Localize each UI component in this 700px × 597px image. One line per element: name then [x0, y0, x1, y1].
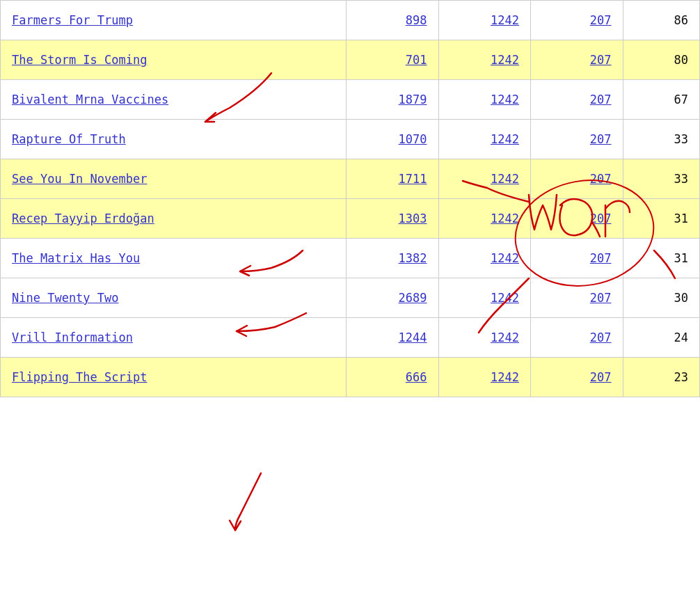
- row-title-link[interactable]: Flipping The Script: [12, 370, 147, 384]
- row-col3-cell: 1242: [438, 278, 531, 318]
- row-col5-value: 67: [674, 93, 688, 106]
- table-row: Nine Twenty Two2689124220730: [1, 278, 700, 318]
- row-col4-link[interactable]: 207: [590, 132, 612, 146]
- row-col5-cell: 80: [623, 40, 699, 80]
- row-col5-value: 33: [674, 132, 688, 146]
- row-col5-value: 30: [674, 291, 688, 305]
- row-title-cell: Flipping The Script: [1, 358, 347, 397]
- row-title-link[interactable]: Vrill Information: [12, 331, 133, 344]
- row-col4-cell: 207: [531, 120, 623, 159]
- row-title-link[interactable]: Recep Tayyip Erdoğan: [12, 212, 154, 225]
- row-col3-link[interactable]: 1242: [491, 172, 519, 186]
- row-col3-cell: 1242: [438, 80, 531, 120]
- row-col3-cell: 1242: [438, 199, 531, 239]
- row-col2-cell: 666: [346, 358, 438, 397]
- row-title-cell: Rapture Of Truth: [1, 120, 347, 159]
- row-title-cell: See You In November: [1, 159, 347, 199]
- row-col2-link[interactable]: 1070: [399, 132, 427, 146]
- row-col3-link[interactable]: 1242: [491, 331, 519, 344]
- row-col5-cell: 33: [623, 159, 699, 199]
- row-col3-link[interactable]: 1242: [491, 212, 519, 225]
- row-col4-link[interactable]: 207: [590, 251, 612, 265]
- row-col4-link[interactable]: 207: [590, 93, 612, 106]
- table-row: Recep Tayyip Erdoğan1303124220731: [1, 199, 700, 239]
- row-col3-link[interactable]: 1242: [491, 291, 519, 305]
- row-col2-cell: 2689: [346, 278, 438, 318]
- row-title-cell: Farmers For Trump: [1, 1, 347, 40]
- row-col4-link[interactable]: 207: [590, 331, 612, 344]
- row-col4-cell: 207: [531, 278, 623, 318]
- row-title-cell: Vrill Information: [1, 318, 347, 358]
- row-title-link[interactable]: Rapture Of Truth: [12, 132, 126, 146]
- row-col2-link[interactable]: 2689: [399, 291, 427, 305]
- row-col4-link[interactable]: 207: [590, 13, 612, 27]
- main-table: Farmers For Trump898124220786The Storm I…: [0, 0, 700, 397]
- row-col5-cell: 30: [623, 278, 699, 318]
- table-row: The Storm Is Coming701124220780: [1, 40, 700, 80]
- row-col5-cell: 31: [623, 199, 699, 239]
- row-title-link[interactable]: The Storm Is Coming: [12, 53, 147, 67]
- row-col4-link[interactable]: 207: [590, 370, 612, 384]
- row-col2-cell: 1711: [346, 159, 438, 199]
- table-row: Rapture Of Truth1070124220733: [1, 120, 700, 159]
- row-title-link[interactable]: Bivalent Mrna Vaccines: [12, 93, 168, 106]
- row-col3-cell: 1242: [438, 239, 531, 278]
- row-col5-cell: 31: [623, 239, 699, 278]
- row-col5-cell: 33: [623, 120, 699, 159]
- row-title-cell: The Matrix Has You: [1, 239, 347, 278]
- row-col4-cell: 207: [531, 80, 623, 120]
- row-col4-link[interactable]: 207: [590, 172, 612, 186]
- row-title-link[interactable]: See You In November: [12, 172, 147, 186]
- row-col4-link[interactable]: 207: [590, 291, 612, 305]
- row-col4-link[interactable]: 207: [590, 53, 612, 67]
- row-col3-link[interactable]: 1242: [491, 251, 519, 265]
- row-col5-cell: 24: [623, 318, 699, 358]
- row-col3-cell: 1242: [438, 40, 531, 80]
- row-col5-value: 80: [674, 53, 688, 67]
- row-col2-link[interactable]: 1303: [399, 212, 427, 225]
- row-col2-link[interactable]: 701: [406, 53, 427, 67]
- table-row: Bivalent Mrna Vaccines1879124220767: [1, 80, 700, 120]
- row-title-cell: Nine Twenty Two: [1, 278, 347, 318]
- row-col2-cell: 1879: [346, 80, 438, 120]
- row-col4-cell: 207: [531, 40, 623, 80]
- row-col2-link[interactable]: 1711: [399, 172, 427, 186]
- row-col2-link[interactable]: 1382: [399, 251, 427, 265]
- row-col3-link[interactable]: 1242: [491, 53, 519, 67]
- table-row: See You In November1711124220733: [1, 159, 700, 199]
- row-col5-value: 86: [674, 13, 688, 27]
- row-col4-cell: 207: [531, 318, 623, 358]
- row-col2-cell: 1382: [346, 239, 438, 278]
- row-title-link[interactable]: Nine Twenty Two: [12, 291, 119, 305]
- row-col3-link[interactable]: 1242: [491, 370, 519, 384]
- row-col3-link[interactable]: 1242: [491, 132, 519, 146]
- row-col4-link[interactable]: 207: [590, 212, 612, 225]
- row-col4-cell: 207: [531, 159, 623, 199]
- row-col3-link[interactable]: 1242: [491, 93, 519, 106]
- row-col2-link[interactable]: 1244: [399, 331, 427, 344]
- row-col5-cell: 86: [623, 1, 699, 40]
- row-col3-cell: 1242: [438, 159, 531, 199]
- row-col4-cell: 207: [531, 199, 623, 239]
- row-col3-link[interactable]: 1242: [491, 13, 519, 27]
- row-title-link[interactable]: The Matrix Has You: [12, 251, 140, 265]
- row-col5-value: 31: [674, 212, 688, 225]
- row-col5-value: 31: [674, 251, 688, 265]
- row-col2-cell: 1244: [346, 318, 438, 358]
- row-col2-cell: 1303: [346, 199, 438, 239]
- row-title-cell: The Storm Is Coming: [1, 40, 347, 80]
- row-col2-link[interactable]: 898: [406, 13, 427, 27]
- row-title-cell: Recep Tayyip Erdoğan: [1, 199, 347, 239]
- table-row: Farmers For Trump898124220786: [1, 1, 700, 40]
- row-col4-cell: 207: [531, 239, 623, 278]
- row-title-link[interactable]: Farmers For Trump: [12, 13, 133, 27]
- table-row: Vrill Information1244124220724: [1, 318, 700, 358]
- row-col2-cell: 701: [346, 40, 438, 80]
- row-title-cell: Bivalent Mrna Vaccines: [1, 80, 347, 120]
- row-col2-link[interactable]: 1879: [399, 93, 427, 106]
- row-col5-cell: 67: [623, 80, 699, 120]
- row-col5-value: 33: [674, 172, 688, 186]
- row-col3-cell: 1242: [438, 1, 531, 40]
- row-col3-cell: 1242: [438, 318, 531, 358]
- row-col2-link[interactable]: 666: [406, 370, 427, 384]
